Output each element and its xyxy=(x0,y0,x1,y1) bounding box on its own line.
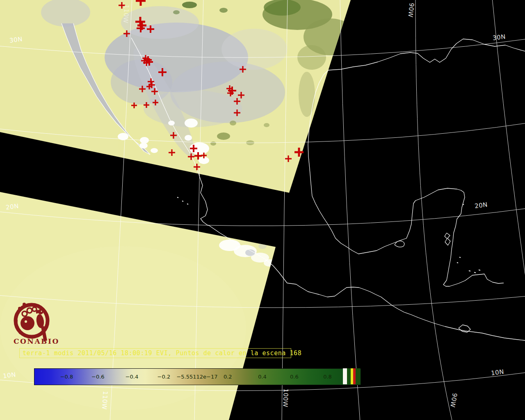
colorbar-tick: −0.6 xyxy=(91,374,105,380)
graticule-label-30n: 30N xyxy=(9,35,23,44)
conabio-logo-text: CONABIO xyxy=(14,337,59,345)
meridian-90w xyxy=(415,0,452,420)
graticule-label-90w: 90W xyxy=(406,2,415,18)
scene-caption: terra-1 modis 2011/05/16 18:00:19 EVI, P… xyxy=(23,349,301,357)
modis-scene-lower xyxy=(0,189,283,420)
colorbar-tick: −0.2 xyxy=(158,374,171,380)
colorbar-tick: 0.6 xyxy=(290,374,299,380)
meridian-95w xyxy=(340,0,360,420)
coast-gulf-of-mexico xyxy=(308,39,525,286)
colorbar-tick: −0.8 xyxy=(60,374,73,380)
graticule-label-110w: 110W xyxy=(122,5,130,24)
graticule-label-10n: 10N xyxy=(491,368,504,377)
logo-jaguar-head xyxy=(21,316,34,330)
graticule-label-10n: 10N xyxy=(2,371,16,380)
colorbar-tick: 0.2 xyxy=(224,374,232,380)
map-canvas: terra-1 modis 2011/05/16 18:00:19 EVI, P… xyxy=(0,0,525,420)
colorbar-tick: −5.55112e−17 xyxy=(176,374,217,380)
graticule-label-20n: 20N xyxy=(5,202,19,211)
colorbar-tick: −0.4 xyxy=(126,374,139,380)
graticule-label-100w: 100W xyxy=(281,388,290,407)
coast-guatemala-highlands xyxy=(459,325,470,332)
graticule-label-110w: 110W xyxy=(100,391,109,410)
meridian-85w xyxy=(492,0,525,420)
colorbar-flag-stripe-1 xyxy=(347,368,351,384)
colorbar-flag-stripe-0 xyxy=(343,368,347,384)
modis-scene-upper xyxy=(0,0,361,205)
colorbar-tick: 0.4 xyxy=(258,374,267,380)
coast-yucatan-lagoon xyxy=(445,233,450,245)
colorbar-tick: 0.8 xyxy=(323,374,332,380)
graticule-label-30n: 30N xyxy=(492,33,506,42)
colorbar-flag-stripe-4 xyxy=(356,368,360,384)
